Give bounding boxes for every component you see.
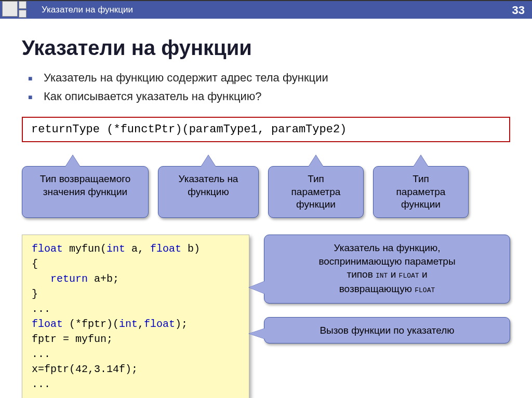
- bottom-area: float myfun(int a, float b) { return a+b…: [22, 235, 510, 398]
- callout-return-type: Тип возвращаемого значения функции: [22, 166, 149, 218]
- callout-line: функции: [401, 199, 441, 210]
- syntax-declaration: returnType (*functPtr)(paramType1, param…: [22, 117, 510, 142]
- code-text: b): [181, 243, 200, 255]
- callout-line: параметра: [291, 186, 341, 197]
- callout-line: Тип: [413, 173, 429, 184]
- code-text: }: [32, 288, 38, 300]
- code-example: float myfun(int a, float b) { return a+b…: [22, 235, 249, 398]
- bullet-item: Указатель на функцию содержит адрес тела…: [28, 71, 510, 85]
- kw: return: [32, 273, 88, 285]
- slide-content: Указатели на функции Указатель на функци…: [0, 19, 532, 398]
- callout-pointer: Указатель на функцию: [158, 166, 259, 218]
- slide-header: Указатели на функции 33: [0, 0, 532, 19]
- callout-text: возвращающую: [339, 283, 415, 294]
- callout-text: и: [388, 269, 398, 280]
- code-text: fptr = myfun;: [32, 333, 113, 345]
- callout-line: Указатель на функцию,: [334, 242, 441, 253]
- code-text: myfun(: [63, 243, 107, 255]
- code-text: x=fptr(42,3.14f);: [32, 363, 138, 375]
- code-text: ...: [32, 348, 50, 360]
- code-text: (*fptr)(: [63, 318, 119, 330]
- kw: float: [150, 243, 181, 255]
- callout-call-by-pointer: Вызов функции по указателю: [264, 317, 510, 344]
- callout-line: параметра: [396, 186, 446, 197]
- slide-title: Указатели на функции: [22, 36, 510, 60]
- right-callouts: Указатель на функцию, воспринимающую пар…: [264, 235, 510, 344]
- callouts-row: Тип возвращаемого значения функции Указа…: [22, 166, 510, 218]
- code-text: ,: [138, 318, 144, 330]
- callout-text: типов: [347, 269, 376, 280]
- kw: float: [32, 318, 63, 330]
- bullet-list: Указатель на функцию содержит адрес тела…: [28, 71, 510, 103]
- callout-line: Тип: [308, 173, 324, 184]
- header-ornament: [2, 1, 33, 19]
- callout-param2-type: Тип параметра функции: [373, 166, 469, 218]
- callout-pointer-description: Указатель на функцию, воспринимающую пар…: [264, 235, 510, 304]
- code-inline: int: [376, 269, 388, 281]
- callout-line: воспринимающую параметры: [318, 256, 455, 267]
- kw: int: [107, 243, 125, 255]
- callout-param1-type: Тип параметра функции: [268, 166, 364, 218]
- code-text: ...: [32, 303, 50, 315]
- callout-text: и: [419, 269, 428, 280]
- code-text: a,: [125, 243, 150, 255]
- code-text: {: [32, 258, 38, 270]
- bullet-item: Как описывается указатель на функцию?: [28, 90, 510, 103]
- code-text: );: [175, 318, 188, 330]
- code-text: a+b;: [88, 273, 119, 285]
- code-inline: float: [399, 269, 419, 281]
- header-title: Указатели на функции: [42, 5, 133, 15]
- page-number: 33: [512, 4, 525, 17]
- code-text: ...: [32, 378, 50, 390]
- kw: float: [144, 318, 175, 330]
- callout-line: функции: [296, 199, 336, 210]
- kw: int: [119, 318, 138, 330]
- code-inline: float: [415, 284, 435, 295]
- kw: float: [32, 243, 63, 255]
